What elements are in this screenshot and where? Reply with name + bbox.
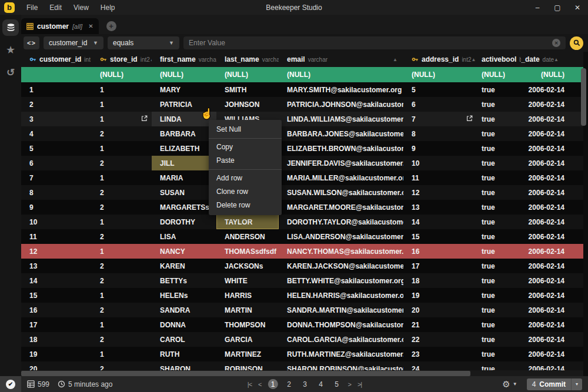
cell[interactable]: SANDRA bbox=[152, 303, 216, 317]
cell[interactable]: DONNA.THOMPSON@sakilacustomer.org bbox=[279, 317, 403, 332]
cell[interactable]: MARGARETSs bbox=[152, 200, 216, 215]
cell[interactable]: RUTH bbox=[152, 347, 216, 361]
cell[interactable]: MARTIN bbox=[216, 303, 279, 317]
cell[interactable]: true bbox=[477, 303, 521, 317]
null-cell[interactable]: (NULL) bbox=[279, 67, 403, 82]
context-menu-item-set-null[interactable]: Set Null bbox=[209, 123, 282, 136]
cell[interactable]: 12 bbox=[403, 185, 477, 200]
table-row[interactable]: 142BETTYsWHITEBETTY.WHITE@sakilacustomer… bbox=[21, 273, 583, 288]
column-header-store_id[interactable]: store_idint2 ▲ bbox=[91, 52, 152, 67]
cell[interactable]: 2006-02-14 bbox=[521, 332, 583, 347]
close-button[interactable]: ✕ bbox=[574, 4, 581, 12]
clear-input-icon[interactable]: ✕ bbox=[552, 39, 560, 47]
sort-asc-icon[interactable]: ▲ bbox=[554, 57, 559, 62]
cell[interactable]: true bbox=[477, 170, 521, 185]
context-menu-item-copy[interactable]: Copy bbox=[209, 140, 282, 154]
gear-icon[interactable]: ⚙ bbox=[502, 379, 510, 390]
cell[interactable]: 1 bbox=[91, 215, 152, 229]
cell[interactable]: JACKSONs bbox=[216, 259, 279, 273]
cell[interactable]: 16 bbox=[21, 303, 91, 317]
cell[interactable]: LISA.ANDERSON@sakilacustomer.org bbox=[279, 229, 403, 244]
table-row[interactable]: 101DOROTHYTAYLORDOROTHY.TAYLOR@sakilacus… bbox=[21, 215, 583, 229]
cell[interactable]: 9 bbox=[403, 141, 477, 156]
tab-customer[interactable]: customer [all] ✕ bbox=[21, 18, 99, 34]
cell[interactable]: MARIA.MILLER@sakilacustomer.org bbox=[279, 170, 403, 185]
cell[interactable]: 1 bbox=[91, 82, 152, 97]
cell[interactable]: 18 bbox=[403, 273, 477, 288]
cell[interactable]: 2 bbox=[91, 259, 152, 273]
cell[interactable]: true bbox=[477, 244, 521, 259]
cell[interactable]: 7 bbox=[21, 170, 91, 185]
cell[interactable]: MARY bbox=[152, 82, 216, 97]
page-3-button[interactable]: 3 bbox=[300, 380, 310, 388]
cell[interactable]: ELIZABETH.BROWN@sakilacustomer.org bbox=[279, 141, 403, 156]
maximize-button[interactable]: ▢ bbox=[554, 4, 561, 12]
table-row[interactable]: 21PATRICIAJOHNSONPATRICIA.JOHNSON@sakila… bbox=[21, 97, 583, 112]
cell[interactable]: true bbox=[477, 185, 521, 200]
cell[interactable]: 15 bbox=[403, 229, 477, 244]
page-5-button[interactable]: 5 bbox=[332, 380, 342, 388]
cell[interactable]: 2006-02-14 bbox=[521, 317, 583, 332]
context-menu-item-clone-row[interactable]: Clone row bbox=[209, 185, 282, 199]
filter-operator-select[interactable]: equals▼ bbox=[108, 36, 179, 49]
database-icon[interactable] bbox=[2, 19, 19, 36]
filter-value-input[interactable]: Enter Value ✕ bbox=[183, 36, 566, 49]
cell[interactable]: 15 bbox=[21, 288, 91, 303]
cell[interactable]: 14 bbox=[403, 215, 477, 229]
commit-button[interactable]: 4 Commit ▾ bbox=[527, 378, 582, 390]
page-4-button[interactable]: 4 bbox=[316, 380, 326, 388]
cell[interactable]: 19 bbox=[403, 288, 477, 303]
cell[interactable]: 18 bbox=[21, 332, 91, 347]
sort-asc-icon[interactable]: ▲ bbox=[472, 57, 476, 62]
cell[interactable]: 1 bbox=[91, 112, 152, 126]
table-row[interactable]: 11MARYSMITHMARY.SMITH@sakilacustomer.org… bbox=[21, 82, 583, 97]
cell[interactable]: MARY.SMITH@sakilacustomer.org bbox=[279, 82, 403, 97]
null-cell[interactable] bbox=[21, 67, 91, 82]
cell[interactable]: 5 bbox=[21, 141, 91, 156]
menu-file[interactable]: File bbox=[21, 4, 44, 12]
cell[interactable]: 11 bbox=[403, 170, 477, 185]
table-row[interactable]: 31 LINDAWILLIAMSLINDA.WILLIAMS@sakilacus… bbox=[21, 112, 583, 126]
cell[interactable]: JENNIFER.DAVIS@sakilacustomer.org bbox=[279, 156, 403, 170]
cell[interactable]: true bbox=[477, 347, 521, 361]
cell[interactable]: ANDERSON bbox=[216, 229, 279, 244]
cell[interactable]: 6 bbox=[403, 97, 477, 112]
cell[interactable]: LISA bbox=[152, 229, 216, 244]
open-external-icon[interactable] bbox=[466, 115, 473, 123]
cell[interactable]: true bbox=[477, 141, 521, 156]
cell[interactable]: 2006-02-14 bbox=[521, 82, 583, 97]
cell[interactable]: 8 bbox=[403, 126, 477, 141]
sort-asc-icon[interactable]: ▲ bbox=[393, 57, 397, 62]
cell[interactable]: 21 bbox=[403, 317, 477, 332]
cell[interactable]: SANDRA.MARTIN@sakilacustomer.org bbox=[279, 303, 403, 317]
next-page-button[interactable]: > bbox=[348, 381, 351, 388]
cell[interactable]: 1 bbox=[21, 82, 91, 97]
null-cell[interactable]: (NULL) bbox=[403, 67, 477, 82]
cell[interactable]: 2 bbox=[91, 126, 152, 141]
table-row[interactable]: 121NANCYTHOMASsdfsdfNANCY.THOMAS@sakilac… bbox=[21, 244, 583, 259]
cell[interactable]: true bbox=[477, 156, 521, 170]
history-icon[interactable]: ↺ bbox=[2, 64, 19, 81]
cell[interactable]: 2 bbox=[91, 156, 152, 170]
cell[interactable]: RUTH.MARTINEZ@sakilacustomer.org bbox=[279, 347, 403, 361]
cell[interactable]: 2006-02-14 bbox=[521, 303, 583, 317]
cell[interactable]: 2 bbox=[91, 229, 152, 244]
table-row[interactable]: 171DONNATHOMPSONDONNA.THOMPSON@sakilacus… bbox=[21, 317, 583, 332]
favorites-star-icon[interactable]: ★ bbox=[2, 42, 19, 58]
cell[interactable]: true bbox=[477, 288, 521, 303]
column-header-first_name[interactable]: first_namevarchar ▲ bbox=[152, 52, 216, 67]
cell[interactable]: SUSAN bbox=[152, 185, 216, 200]
cell[interactable]: 1 bbox=[91, 97, 152, 112]
cell[interactable]: THOMASsdfsdf bbox=[216, 244, 279, 259]
cell[interactable]: 2006-02-14 bbox=[521, 156, 583, 170]
cell[interactable]: 2006-02-14 bbox=[521, 288, 583, 303]
chevron-down-icon[interactable]: ▼ bbox=[513, 381, 517, 387]
cell[interactable]: DONNA bbox=[152, 317, 216, 332]
table-row[interactable]: 151HELENsHARRISHELEN.HARRIS@sakilacustom… bbox=[21, 288, 583, 303]
cell[interactable]: NANCY bbox=[152, 244, 216, 259]
cell[interactable]: SMITH bbox=[216, 82, 279, 97]
horizontal-scrollbar-thumb[interactable] bbox=[21, 371, 470, 376]
null-cell[interactable]: (NULL) bbox=[521, 67, 583, 82]
cell[interactable]: MARTINEZ bbox=[216, 347, 279, 361]
cell[interactable]: 2006-02-14 bbox=[521, 273, 583, 288]
